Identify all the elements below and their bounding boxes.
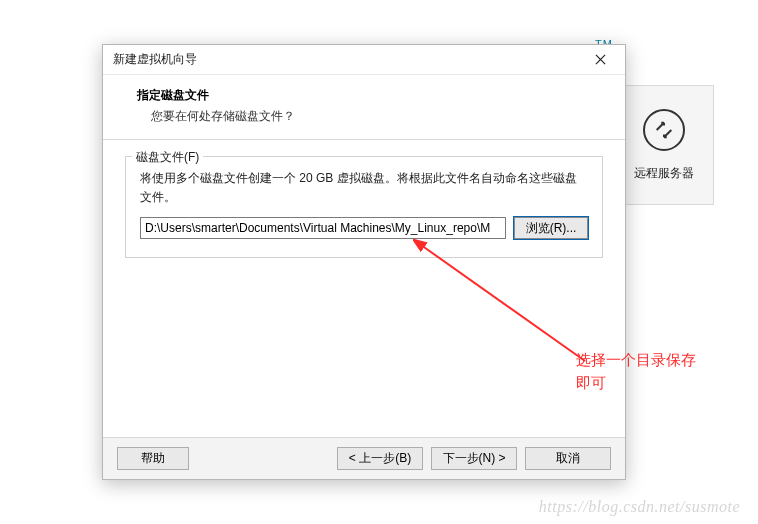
cancel-button[interactable]: 取消 — [525, 447, 611, 470]
annotation-text: 选择一个目录保存 即可 — [576, 349, 696, 394]
back-button[interactable]: < 上一步(B) — [337, 447, 423, 470]
disk-file-description: 将使用多个磁盘文件创建一个 20 GB 虚拟磁盘。将根据此文件名自动命名这些磁盘… — [140, 169, 588, 207]
header-subtitle: 您要在何处存储磁盘文件？ — [137, 108, 597, 125]
watermark-text: https://blog.csdn.net/susmote — [539, 498, 740, 516]
dialog-title: 新建虚拟机向导 — [113, 51, 197, 68]
header-title: 指定磁盘文件 — [137, 87, 597, 104]
wizard-body: 磁盘文件(F) 将使用多个磁盘文件创建一个 20 GB 虚拟磁盘。将根据此文件名… — [103, 140, 625, 258]
help-button[interactable]: 帮助 — [117, 447, 189, 470]
wizard-header: 指定磁盘文件 您要在何处存储磁盘文件？ — [103, 75, 625, 140]
close-icon — [595, 54, 606, 65]
disk-file-legend: 磁盘文件(F) — [132, 149, 203, 166]
annotation-line2: 即可 — [576, 372, 696, 395]
annotation-line1: 选择一个目录保存 — [576, 349, 696, 372]
titlebar: 新建虚拟机向导 — [103, 45, 625, 75]
disk-path-input[interactable] — [140, 217, 506, 239]
remote-server-card[interactable]: 远程服务器 — [614, 85, 714, 205]
wizard-footer: 帮助 < 上一步(B) 下一步(N) > 取消 — [103, 437, 625, 479]
disk-file-group: 磁盘文件(F) 将使用多个磁盘文件创建一个 20 GB 虚拟磁盘。将根据此文件名… — [125, 156, 603, 258]
remote-server-label: 远程服务器 — [634, 165, 694, 182]
browse-button[interactable]: 浏览(R)... — [514, 217, 588, 239]
new-vm-wizard-dialog: 新建虚拟机向导 指定磁盘文件 您要在何处存储磁盘文件？ 磁盘文件(F) 将使用多… — [102, 44, 626, 480]
path-row: 浏览(R)... — [140, 217, 588, 239]
next-button[interactable]: 下一步(N) > — [431, 447, 517, 470]
close-button[interactable] — [583, 48, 617, 72]
remote-server-icon — [643, 109, 685, 151]
